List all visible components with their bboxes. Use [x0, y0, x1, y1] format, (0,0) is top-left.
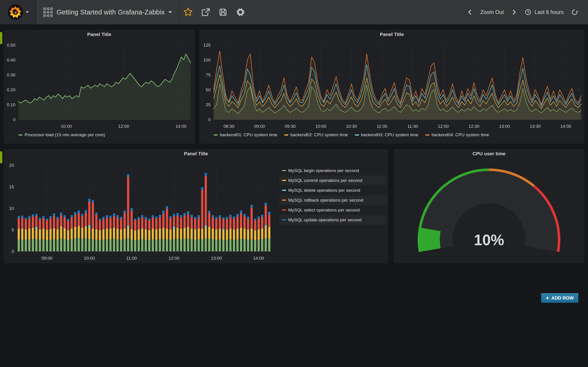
- save-dashboard-button[interactable]: [214, 0, 232, 24]
- svg-text:09:30: 09:30: [285, 124, 296, 129]
- add-row-label: ADD ROW: [551, 295, 574, 301]
- svg-text:0: 0: [208, 117, 211, 122]
- svg-text:08:30: 08:30: [224, 124, 234, 129]
- cpu-system-time-chart[interactable]: 025507510012508:3009:0009:3010:0010:3011…: [199, 30, 584, 144]
- legend-item[interactable]: MySQL update operations per second: [279, 215, 387, 225]
- svg-text:14:00: 14:00: [253, 256, 264, 261]
- legend-series-label: backend01: CPU system time: [220, 132, 277, 137]
- panel-title[interactable]: CPU user time: [394, 151, 584, 156]
- svg-text:13:30: 13:30: [530, 124, 541, 129]
- svg-text:0.40: 0.40: [7, 58, 15, 62]
- row-handle[interactable]: [0, 32, 2, 44]
- legend-series-swatch: [282, 180, 286, 181]
- panel-cpu-user-time-gauge: 10% CPU user time: [394, 149, 584, 263]
- legend-item[interactable]: MySQL commit operations per second: [279, 175, 387, 185]
- zoom-out-button[interactable]: Zoom Out: [477, 0, 507, 24]
- save-icon: [218, 7, 228, 17]
- svg-text:10: 10: [9, 206, 14, 211]
- legend-series-label: MySQL commit operations per second: [288, 178, 362, 183]
- legend-series-label: MySQL update operations per second: [288, 217, 362, 223]
- chevron-right-icon: [511, 9, 517, 15]
- svg-text:20: 20: [9, 163, 14, 168]
- svg-text:09:00: 09:00: [42, 256, 52, 261]
- legend-item[interactable]: MySQL begin operations per second: [279, 166, 387, 175]
- panel-title[interactable]: Panel Title: [4, 32, 195, 37]
- svg-text:0.50: 0.50: [7, 43, 15, 48]
- dashboard-settings-button[interactable]: [232, 0, 249, 24]
- legend-item[interactable]: MySQL delete operations per second: [279, 185, 387, 195]
- legend-item[interactable]: backend01: CPU system time: [214, 132, 277, 137]
- legend-item[interactable]: backend02: CPU system time: [284, 132, 348, 137]
- svg-text:25: 25: [206, 102, 211, 107]
- caret-down-icon: [26, 11, 29, 13]
- time-shift-forward-button[interactable]: [507, 0, 521, 24]
- legend-item[interactable]: Processor load (15 min average per core): [18, 132, 105, 137]
- star-dashboard-button[interactable]: [179, 0, 197, 24]
- panel-title[interactable]: Panel Title: [4, 151, 388, 156]
- legend-item[interactable]: backend03: CPU system time: [355, 132, 418, 137]
- dashboard-canvas: 00.100.200.300.400.5010:0012:0014:00 Pan…: [0, 24, 588, 367]
- legend-series-label: MySQL begin operations per second: [288, 168, 359, 173]
- svg-text:15: 15: [9, 184, 14, 189]
- legend-series-label: MySQL select operations per second: [288, 208, 360, 213]
- legend-series-swatch: [214, 134, 218, 135]
- legend-item[interactable]: MySQL select operations per second: [279, 205, 387, 215]
- legend-series-swatch: [425, 134, 430, 135]
- legend-series-label: backend04: CPU system time: [432, 132, 489, 137]
- legend-series-swatch: [355, 134, 359, 135]
- dashboard-picker-button[interactable]: Getting Started with Grafana-Zabbix: [36, 0, 179, 24]
- svg-text:12:30: 12:30: [468, 124, 480, 129]
- svg-text:12:00: 12:00: [438, 124, 449, 129]
- share-dashboard-button[interactable]: [197, 0, 214, 24]
- svg-text:0.20: 0.20: [7, 87, 15, 92]
- svg-text:12:00: 12:00: [118, 124, 129, 129]
- legend-series-label: MySQL delete operations per second: [288, 188, 360, 193]
- legend-series-label: backend03: CPU system time: [361, 132, 418, 137]
- gear-icon: [235, 7, 246, 17]
- grafana-logo-icon: [7, 4, 24, 20]
- row-handle[interactable]: [0, 151, 2, 163]
- refresh-icon: [571, 8, 578, 16]
- legend-item[interactable]: backend04: CPU system time: [425, 132, 489, 137]
- legend-series-swatch: [18, 134, 23, 135]
- chevron-left-icon: [467, 9, 473, 15]
- svg-text:0.10: 0.10: [7, 102, 15, 107]
- zoom-out-label: Zoom Out: [480, 9, 504, 15]
- navbar-left: Getting Started with Grafana-Zabbix: [0, 0, 249, 24]
- svg-text:11:00: 11:00: [126, 256, 137, 261]
- refresh-button[interactable]: [567, 0, 582, 24]
- legend-series-swatch: [282, 200, 286, 201]
- svg-text:10%: 10%: [474, 232, 504, 248]
- panel-title[interactable]: Panel Title: [199, 32, 584, 37]
- cpu-user-time-gauge[interactable]: 10%: [394, 149, 584, 263]
- dashboard-grid-icon: [43, 7, 53, 17]
- svg-text:12:00: 12:00: [169, 256, 180, 261]
- grafana-dashboard-screen: Getting Started with Grafana-Zabbix: [0, 0, 588, 367]
- legend-item[interactable]: MySQL rollback operations per second: [279, 195, 387, 205]
- plus-icon: +: [546, 295, 549, 301]
- add-row-button[interactable]: + ADD ROW: [541, 293, 578, 303]
- time-shift-back-button[interactable]: [463, 0, 477, 24]
- share-icon: [200, 7, 211, 17]
- navbar-right: Zoom Out Last 6 hours: [463, 0, 588, 24]
- svg-text:100: 100: [203, 58, 211, 62]
- legend-series-label: backend02: CPU system time: [290, 132, 348, 137]
- svg-text:50: 50: [206, 87, 211, 92]
- svg-text:0.30: 0.30: [7, 73, 15, 77]
- navbar: Getting Started with Grafana-Zabbix: [0, 0, 588, 24]
- time-picker-button[interactable]: Last 6 hours: [521, 0, 567, 24]
- star-icon: [183, 7, 193, 17]
- panel-cpu-system-time: 025507510012508:3009:0009:3010:0010:3011…: [199, 30, 584, 144]
- panel-processor-load: 00.100.200.300.400.5010:0012:0014:00 Pan…: [4, 30, 195, 144]
- svg-text:0: 0: [13, 117, 15, 122]
- svg-text:75: 75: [206, 73, 211, 77]
- svg-text:10:00: 10:00: [84, 256, 95, 261]
- processor-load-chart[interactable]: 00.100.200.300.400.5010:0012:0014:00: [4, 30, 195, 144]
- svg-text:13:00: 13:00: [499, 124, 510, 129]
- legend-series-swatch: [282, 209, 286, 211]
- legend-series-swatch: [282, 219, 286, 220]
- legend-series-label: MySQL rollback operations per second: [288, 198, 363, 203]
- chart-legend: MySQL begin operations per secondMySQL c…: [279, 166, 387, 225]
- grafana-menu-button[interactable]: [0, 0, 36, 24]
- svg-text:13:00: 13:00: [211, 256, 222, 261]
